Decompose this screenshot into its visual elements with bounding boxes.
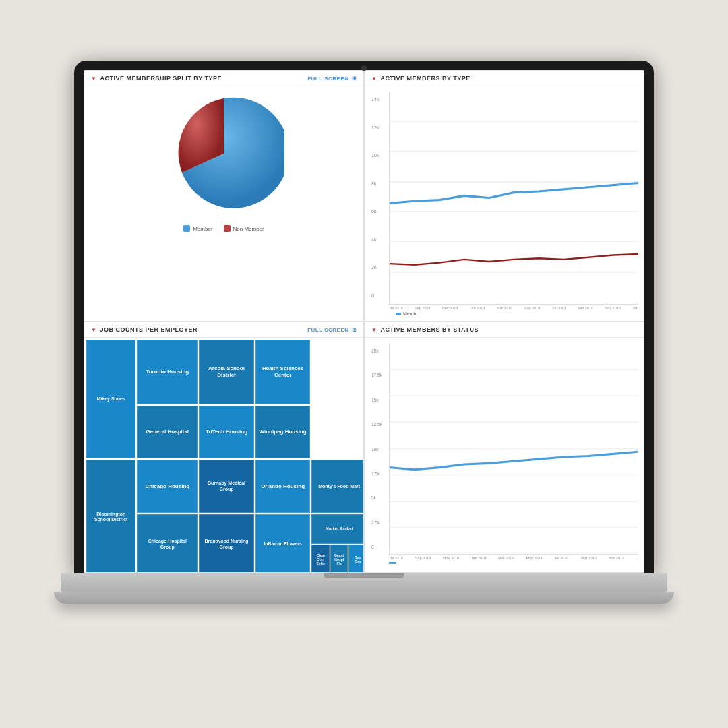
treemap-cell-buy: Buy Gro [348, 545, 363, 572]
active-members-status-header: ▼ ACTIVE MEMBERS BY STATUS [365, 322, 644, 338]
active-members-type-header: ▼ ACTIVE MEMBERS BY TYPE [365, 71, 644, 86]
line-chart-type-svg [390, 92, 638, 304]
treemap-cell-winnipeg: Winnipeg Housing [255, 406, 311, 459]
camera-icon [361, 65, 367, 71]
treemap-cell-brentwood: Brentwood Nursing Group [199, 514, 254, 572]
collapse-triangle-icon-2: ▼ [371, 75, 377, 82]
fullscreen-icon: ⊞ [352, 75, 357, 82]
treemap-cell-montys: Monty's Food Mart [311, 460, 363, 513]
laptop-base [61, 573, 667, 592]
member-line-legend [396, 313, 401, 315]
non-member-label: Non Member [233, 226, 264, 232]
membership-split-title: ACTIVE MEMBERSHIP SPLIT BY TYPE [100, 75, 222, 82]
membership-split-header: ▼ ACTIVE MEMBERSHIP SPLIT BY TYPE FULL S… [84, 71, 363, 86]
active-members-type-title: ACTIVE MEMBERS BY TYPE [380, 75, 470, 82]
treemap-cell-bloomington: Bloomington School District [86, 460, 135, 572]
status-chart-legend [370, 560, 638, 564]
treemap-cell-chicago-housing: Chicago Housing [137, 460, 198, 513]
job-counts-title: JOB COUNTS PER EMPLOYER [100, 326, 198, 333]
laptop-screen: ▼ ACTIVE MEMBERSHIP SPLIT BY TYPE FULL S… [74, 61, 654, 573]
collapse-triangle-icon-4: ▼ [371, 327, 377, 333]
active-members-status-title: ACTIVE MEMBERS BY STATUS [380, 326, 479, 333]
legend-member: Member [183, 225, 212, 232]
active-members-type-panel: ▼ ACTIVE MEMBERS BY TYPE 14k 12k 10k 8k … [364, 70, 644, 322]
treemap-cell-burnaby: Burnaby Medical Group [199, 460, 254, 513]
treemap-cell-inbloom: InBloom Flowers [255, 514, 311, 572]
treemap-cell-beaut: Beaut Hospi Flo [330, 545, 348, 572]
line-chart-status-area: 20k 17.5k 15k 12.5k 10k 7.5k 5k 2.5k 0 [365, 338, 644, 572]
pie-chart-svg [163, 93, 284, 214]
line-chart-type-area: 14k 12k 10k 8k 6k 4k 2k 0 [365, 86, 644, 321]
member-label: Member [193, 226, 212, 232]
line-chart-type-legend: Memb... [389, 310, 638, 319]
dashboard-screen: ▼ ACTIVE MEMBERSHIP SPLIT BY TYPE FULL S… [84, 70, 644, 573]
treemap-grid: Mikey Shoes Toronto Housing Arcola Schoo… [86, 340, 361, 570]
laptop-wrapper: ▼ ACTIVE MEMBERSHIP SPLIT BY TYPE FULL S… [74, 61, 654, 667]
treemap-area: Mikey Shoes Toronto Housing Arcola Schoo… [84, 338, 363, 572]
non-member-legend-dot [224, 225, 231, 232]
fullscreen-button[interactable]: FULL SCREEN [307, 75, 348, 82]
status-legend-blue [389, 562, 396, 564]
treemap-cell-market-basket: Market Basket [311, 514, 363, 544]
fullscreen-button-2[interactable]: FULL SCREEN [307, 327, 348, 333]
treemap-cell-mikey-shoes: Mikey Shoes [86, 340, 135, 458]
treemap-cell-orlando: Orlando Housing [255, 460, 311, 513]
job-counts-header: ▼ JOB COUNTS PER EMPLOYER FULL SCREEN ⊞ [84, 322, 363, 338]
treemap-cell-general-hospital: General Hospital [137, 406, 198, 459]
x-axis-labels-status: Jul 2016 Sep 2018 Nov 2018 Jan 2019 Mar … [389, 555, 638, 560]
collapse-triangle-icon-3: ▼ [91, 327, 96, 333]
treemap-cell-health-sciences: Health Sciences Center [255, 340, 311, 404]
line-chart-status-svg-area [389, 343, 638, 555]
treemap-cell-toronto-housing: Toronto Housing [137, 340, 198, 404]
active-members-status-panel: ▼ ACTIVE MEMBERS BY STATUS 20k 17.5k 15k… [364, 322, 644, 573]
laptop-foot [54, 592, 674, 604]
member-legend-dot [183, 225, 190, 232]
line-chart-type-svg-area [389, 92, 638, 305]
collapse-triangle-icon: ▼ [91, 75, 96, 82]
treemap-cell-arcola: Arcola School District [199, 340, 254, 404]
legend-non-member: Non Member [224, 225, 264, 232]
treemap-small-cells: Market Basket Chan Com Scho Beaut Hospi … [311, 514, 363, 572]
x-axis-labels-type: Jul 2018 Sep 2018 Nov 2018 Jan 2019 Mar … [389, 305, 638, 310]
treemap-cell-chan: Chan Com Scho [311, 545, 330, 572]
pie-container [84, 86, 363, 221]
job-counts-panel: ▼ JOB COUNTS PER EMPLOYER FULL SCREEN ⊞ … [84, 322, 364, 573]
treemap-cell-chicago-hospital: Chicago Hospital Group [137, 514, 198, 572]
line-chart-status-svg [390, 343, 638, 554]
treemap-cell-tritech: TriTech Housing [199, 406, 254, 459]
pie-chart-area: Member Non Member [84, 86, 363, 321]
fullscreen-icon-2: ⊞ [352, 327, 357, 333]
y-axis-labels-status: 20k 17.5k 15k 12.5k 10k 7.5k 5k 2.5k 0 [371, 348, 382, 549]
y-axis-labels-type: 14k 12k 10k 8k 6k 4k 2k 0 [371, 97, 379, 298]
membership-split-panel: ▼ ACTIVE MEMBERSHIP SPLIT BY TYPE FULL S… [84, 70, 364, 322]
pie-legend: Member Non Member [84, 221, 363, 239]
